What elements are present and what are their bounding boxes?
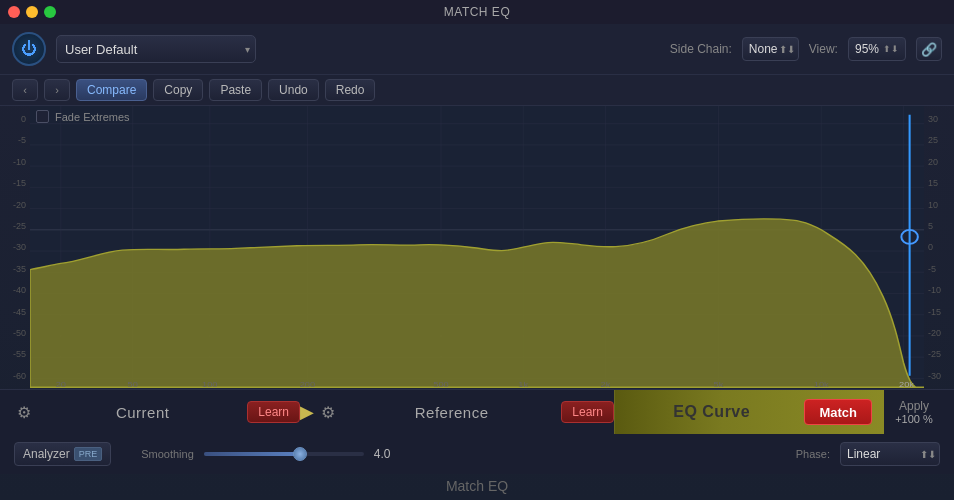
analyzer-label: Analyzer xyxy=(23,447,70,461)
yr-label-0: 0 xyxy=(928,242,954,252)
eq-curve-section: EQ Curve Match xyxy=(614,390,884,434)
smoothing-value: 4.0 xyxy=(374,447,404,461)
y-axis-left: 0 -5 -10 -15 -20 -25 -30 -35 -40 -45 -50… xyxy=(0,106,30,389)
side-chain-wrapper: None ⬆⬇ xyxy=(742,37,799,61)
reference-learn-button[interactable]: Learn xyxy=(561,401,614,423)
header-row: ⏻ User Default ▾ Side Chain: None ⬆⬇ Vie… xyxy=(0,24,954,75)
current-label: Current xyxy=(44,404,241,421)
match-button[interactable]: Match xyxy=(804,399,872,425)
view-label: View: xyxy=(809,42,838,56)
svg-text:100: 100 xyxy=(202,380,218,389)
y-axis-right: 30 25 20 15 10 5 0 -5 -10 -15 -20 -25 -3… xyxy=(924,106,954,389)
y-label-60: -60 xyxy=(0,371,26,381)
side-chain-select[interactable]: None xyxy=(742,37,799,61)
back-button[interactable]: ‹ xyxy=(12,79,38,101)
view-pct-value: 95% xyxy=(855,42,879,56)
link-button[interactable]: 🔗 xyxy=(916,37,942,61)
yr-label-25: 25 xyxy=(928,135,954,145)
bottom-section: ⚙ Current Learn ▶ ⚙ Reference Learn EQ C… xyxy=(0,389,954,474)
forward-button[interactable]: › xyxy=(44,79,70,101)
pre-badge: PRE xyxy=(74,447,103,461)
y-label-35: -35 xyxy=(0,264,26,274)
yr-label-n5: -5 xyxy=(928,264,954,274)
compare-button[interactable]: Compare xyxy=(76,79,147,101)
svg-text:10k: 10k xyxy=(814,380,830,389)
apply-section: Apply +100 % xyxy=(884,399,944,425)
close-button[interactable] xyxy=(8,6,20,18)
traffic-lights xyxy=(8,6,56,18)
yr-label-5: 5 xyxy=(928,221,954,231)
bottom-title: Match EQ xyxy=(0,474,954,500)
svg-text:5k: 5k xyxy=(714,380,724,389)
view-pct-display: 95% ⬆⬇ xyxy=(848,37,906,61)
y-label-0: 0 xyxy=(0,114,26,124)
eq-curve-label: EQ Curve xyxy=(627,403,796,421)
svg-text:200: 200 xyxy=(300,380,316,389)
analyzer-button[interactable]: Analyzer PRE xyxy=(14,442,111,466)
paste-button[interactable]: Paste xyxy=(209,79,262,101)
eq-plot[interactable]: Fade Extremes xyxy=(30,106,924,389)
phase-select[interactable]: Linear Minimum Mixed xyxy=(840,442,940,466)
reference-gear-icon[interactable]: ⚙ xyxy=(314,398,342,426)
phase-label: Phase: xyxy=(796,448,830,460)
yr-label-20: 20 xyxy=(928,157,954,167)
apply-pct-value: +100 % xyxy=(895,413,933,425)
minimize-button[interactable] xyxy=(26,6,38,18)
yr-label-n25: -25 xyxy=(928,349,954,359)
maximize-button[interactable] xyxy=(44,6,56,18)
current-gear-icon[interactable]: ⚙ xyxy=(10,398,38,426)
y-label-40: -40 xyxy=(0,285,26,295)
fade-extremes-row: Fade Extremes xyxy=(36,110,130,123)
smoothing-slider[interactable] xyxy=(204,452,364,456)
side-chain-label: Side Chain: xyxy=(670,42,732,56)
y-label-55: -55 xyxy=(0,349,26,359)
eq-container: 0 -5 -10 -15 -20 -25 -30 -35 -40 -45 -50… xyxy=(0,106,954,389)
bottom-controls-row: ⚙ Current Learn ▶ ⚙ Reference Learn EQ C… xyxy=(0,390,954,434)
y-label-50: -50 xyxy=(0,328,26,338)
reference-label: Reference xyxy=(348,404,555,421)
svg-text:500: 500 xyxy=(433,380,449,389)
smoothing-row: Analyzer PRE Smoothing 4.0 Phase: Linear… xyxy=(0,434,954,474)
yr-label-30: 30 xyxy=(928,114,954,124)
yr-label-n20: -20 xyxy=(928,328,954,338)
phase-select-wrapper: Linear Minimum Mixed ⬆⬇ xyxy=(840,442,940,466)
svg-text:2k: 2k xyxy=(601,380,611,389)
current-section: ⚙ Current Learn xyxy=(10,398,300,426)
smoothing-thumb[interactable] xyxy=(293,447,307,461)
svg-text:20k: 20k xyxy=(899,380,915,389)
y-label-5: -5 xyxy=(0,135,26,145)
y-label-30: -30 xyxy=(0,242,26,252)
yr-label-15: 15 xyxy=(928,178,954,188)
y-label-20: -20 xyxy=(0,200,26,210)
main-container: ⏻ User Default ▾ Side Chain: None ⬆⬇ Vie… xyxy=(0,24,954,500)
title-bar: MATCH EQ xyxy=(0,0,954,24)
redo-button[interactable]: Redo xyxy=(325,79,376,101)
y-label-25: -25 xyxy=(0,221,26,231)
divider-arrow-icon: ▶ xyxy=(300,401,314,423)
yr-label-n10: -10 xyxy=(928,285,954,295)
undo-button[interactable]: Undo xyxy=(268,79,319,101)
apply-label: Apply xyxy=(899,399,929,413)
current-learn-button[interactable]: Learn xyxy=(247,401,300,423)
y-label-45: -45 xyxy=(0,307,26,317)
toolbar-row: ‹ › Compare Copy Paste Undo Redo xyxy=(0,75,954,106)
yr-label-10: 10 xyxy=(928,200,954,210)
smoothing-fill xyxy=(204,452,300,456)
fade-extremes-checkbox[interactable] xyxy=(36,110,49,123)
svg-text:1k: 1k xyxy=(518,380,528,389)
copy-button[interactable]: Copy xyxy=(153,79,203,101)
smoothing-label: Smoothing xyxy=(141,448,194,460)
preset-select[interactable]: User Default xyxy=(56,35,256,63)
yr-label-n15: -15 xyxy=(928,307,954,317)
view-pct-arrows-icon: ⬆⬇ xyxy=(883,44,899,54)
svg-text:50: 50 xyxy=(128,380,138,389)
fade-extremes-label: Fade Extremes xyxy=(55,111,130,123)
preset-wrapper: User Default ▾ xyxy=(56,35,256,63)
reference-section: ⚙ Reference Learn xyxy=(314,398,614,426)
y-label-10: -10 xyxy=(0,157,26,167)
window-title: MATCH EQ xyxy=(444,5,510,19)
svg-text:20: 20 xyxy=(56,380,66,389)
power-button[interactable]: ⏻ xyxy=(12,32,46,66)
yr-label-n30: -30 xyxy=(928,371,954,381)
y-label-15: -15 xyxy=(0,178,26,188)
